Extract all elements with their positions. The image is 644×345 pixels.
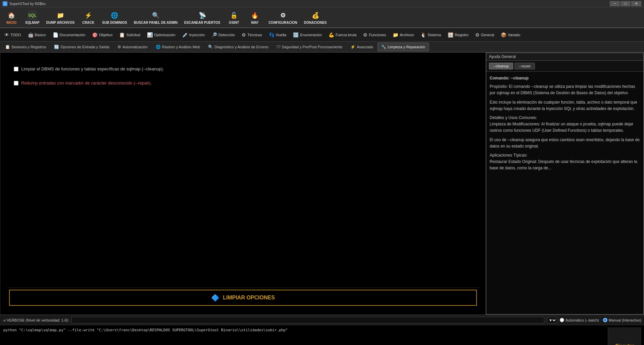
- radio-auto[interactable]: [560, 318, 564, 322]
- cat-fuerza-bruta[interactable]: 💪 Fuerza bruta: [326, 30, 359, 40]
- todo-icon: 👁: [4, 32, 9, 38]
- repair-checkbox[interactable]: [14, 81, 18, 85]
- toolbar-buscar[interactable]: 🔍 BUSCAR PANEL DE ADMIN: [131, 8, 181, 26]
- subtab-seguridad[interactable]: 🛡 Seguridad y Pre/Post Procesamiento: [273, 43, 346, 51]
- title-bar: S SuperGTool by R0$hu ─ □ ✕: [0, 0, 644, 7]
- cat-solicitud[interactable]: 📋 Solicitud: [116, 30, 143, 40]
- dump-label: DUMP ARCHIVOS: [46, 21, 75, 24]
- cat-optimizacion[interactable]: 📊 Optimización: [144, 30, 179, 40]
- cat-documentacion[interactable]: 📄 Documentación: [50, 30, 88, 40]
- subtab-opciones-io-label: Opciones de Entrada y Salida: [60, 45, 109, 49]
- toolbar-configuracion[interactable]: ⚙ CONFIGURACION: [265, 8, 300, 26]
- cat-general-label: General: [481, 33, 494, 37]
- subtab-automatizacion[interactable]: ⚙ Automatización: [114, 43, 151, 51]
- cat-variado[interactable]: 📦 Variado: [498, 30, 523, 40]
- cat-archivos-label: Archivos: [400, 33, 414, 37]
- subtab-rastreo[interactable]: 🌐 Rastreo y Análisis Web: [152, 43, 204, 51]
- ayuda-tab-cleanup[interactable]: --cleanup: [489, 63, 513, 69]
- title-bar-controls[interactable]: ─ □ ✕: [610, 1, 641, 6]
- cat-general[interactable]: ⚙ General: [472, 30, 497, 40]
- subtab-sesiones[interactable]: 📋 Sesiones y Registros: [1, 43, 50, 51]
- close-button[interactable]: ✕: [631, 1, 641, 6]
- radio-manual-label[interactable]: Manual (Interactivo): [603, 318, 641, 322]
- cat-archivos[interactable]: 📁 Archivos: [390, 30, 417, 40]
- radio-group: Automático (--batch) Manual (Interactivo…: [560, 318, 641, 322]
- command-text: python "C:\sqlmap\sqlmap.py" --file-writ…: [3, 327, 608, 345]
- crack-icon: ⚡: [84, 11, 93, 20]
- verbose-select[interactable]: ▼: [547, 317, 557, 324]
- cat-inyeccion[interactable]: 💉 Inyección: [179, 30, 208, 40]
- cat-todo-label: TODO: [10, 33, 21, 37]
- cleanup-row: Limpiar el DBMS de funciones y tablas es…: [14, 66, 472, 72]
- cat-tecnicas[interactable]: ⚙ Técnicas: [239, 30, 265, 40]
- top-toolbar: 🏠 INICIO SQL SQLMAP 📁 DUMP ARCHIVOS ⚡ CR…: [0, 7, 644, 28]
- radio-auto-label[interactable]: Automático (--batch): [560, 318, 599, 322]
- tecnicas-icon: ⚙: [242, 32, 246, 38]
- toolbar-escanear[interactable]: 📡 ESCANEAR PUERTOS: [181, 8, 223, 26]
- subtab-diagnostico-label: Diagnóstico y Análisis de Errores: [214, 45, 268, 49]
- configuracion-icon: ⚙: [278, 11, 288, 20]
- avanzado-icon: ⚡: [350, 45, 355, 49]
- ayuda-tabs: --cleanup --repair: [486, 61, 643, 72]
- cleanup-label[interactable]: Limpiar el DBMS de funciones y tablas es…: [21, 66, 164, 72]
- cat-deteccion-label: Detección: [218, 33, 235, 37]
- toolbar-dump[interactable]: 📁 DUMP ARCHIVOS: [43, 8, 78, 26]
- cat-objetivo[interactable]: 🎯 Objetivo: [89, 30, 115, 40]
- main-content: Limpiar el DBMS de funciones y tablas es…: [0, 52, 644, 315]
- ayuda-para-5: Aplicaciones Típicas:Restaurar Estado Or…: [490, 152, 640, 172]
- subtab-diagnostico[interactable]: 🔍 Diagnóstico y Análisis de Errores: [204, 43, 272, 51]
- ayuda-content: Comando: --cleanup Propósito: El comando…: [486, 72, 643, 314]
- dump-icon: 📁: [56, 11, 65, 20]
- waf-label: WAF: [251, 21, 258, 24]
- toolbar-subdominios[interactable]: 🌐 SUB DOMINIOS: [99, 8, 130, 26]
- minimize-button[interactable]: ─: [610, 1, 620, 6]
- cat-objetivo-label: Objetivo: [99, 33, 112, 37]
- toolbar-inicio[interactable]: 🏠 INICIO: [1, 8, 21, 26]
- ayuda-cmd-title: Comando: --cleanup: [490, 75, 640, 81]
- toolbar-osint[interactable]: 🔓 OSINT: [224, 8, 244, 26]
- repair-label[interactable]: Redump entradas con marcador de carácter…: [21, 80, 152, 86]
- archivos-icon: 📁: [393, 32, 398, 38]
- subtab-opciones-io[interactable]: 🔄 Opciones de Entrada y Salida: [50, 43, 113, 51]
- cat-huella-label: Huella: [276, 33, 286, 37]
- cat-deteccion[interactable]: 🔎 Detección: [208, 30, 238, 40]
- radio-manual[interactable]: [603, 318, 607, 322]
- rastreo-icon: 🌐: [156, 45, 161, 49]
- toolbar-sqlmap[interactable]: SQL SQLMAP: [22, 8, 43, 26]
- fuerza-bruta-icon: 💪: [329, 32, 334, 38]
- subtab-rastreo-label: Rastreo y Análisis Web: [162, 45, 200, 49]
- cat-registro[interactable]: 🪟 Registro: [445, 30, 472, 40]
- cat-todo[interactable]: 👁 TODO: [1, 30, 24, 40]
- subtab-sesiones-label: Sesiones y Registros: [11, 45, 46, 49]
- cat-basico-label: Basico: [35, 33, 46, 37]
- solicitud-icon: 📋: [119, 32, 125, 38]
- subdominios-icon: 🌐: [110, 11, 119, 20]
- ayuda-para-2: Esto incluye la eliminación de cualquier…: [490, 99, 640, 112]
- toolbar-donaciones[interactable]: 💰 DONACIONES: [301, 8, 330, 26]
- cat-enumeracion-label: Enumeración: [300, 33, 322, 37]
- cat-huella[interactable]: 👣 Huella: [266, 30, 289, 40]
- toolbar-waf[interactable]: 🔥 WAF: [245, 8, 265, 26]
- cat-sistema[interactable]: 🐧 Sistema: [417, 30, 444, 40]
- toolbar-crack[interactable]: ⚡ CRACK: [78, 8, 98, 26]
- verbose-input[interactable]: [71, 317, 544, 324]
- subtab-avanzado[interactable]: ⚡ Avanzado: [347, 43, 377, 51]
- verbose-bar: -v VERBOSE (Nivel de verbosidad: 1-6): ▼…: [0, 315, 644, 325]
- cleanup-checkbox[interactable]: [14, 67, 18, 71]
- huella-icon: 👣: [269, 32, 275, 38]
- cat-enumeracion[interactable]: 🔢 Enumeración: [290, 30, 325, 40]
- app-icon: S: [3, 1, 7, 6]
- automatizacion-icon: ⚙: [117, 45, 121, 49]
- registro-icon: 🪟: [448, 32, 453, 38]
- cat-registro-label: Registro: [455, 33, 468, 37]
- sistema-icon: 🐧: [420, 32, 426, 38]
- subtab-limpieza[interactable]: 🔧 Limpieza y Reparación: [378, 43, 429, 51]
- cat-optimizacion-label: Optimización: [154, 33, 176, 37]
- maximize-button[interactable]: □: [621, 1, 631, 6]
- cat-basico[interactable]: 🤖 Basico: [25, 30, 49, 40]
- ayuda-tab-repair[interactable]: --repair: [514, 63, 535, 69]
- clear-options-button[interactable]: 🔷 LIMPIAR OPCIONES: [9, 290, 477, 306]
- cat-funciones[interactable]: ⚙ Funciones: [360, 30, 389, 40]
- left-content-wrapper: Limpiar el DBMS de funciones y tablas es…: [7, 59, 479, 308]
- ejecutar-button[interactable]: Ejecutar: [613, 342, 637, 345]
